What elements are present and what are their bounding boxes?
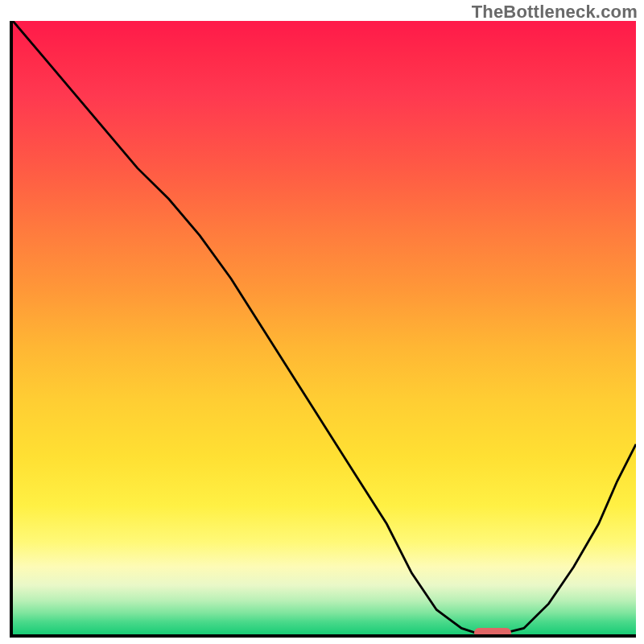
watermark-text: TheBottleneck.com: [472, 2, 638, 23]
plot-area: [13, 21, 636, 634]
bottleneck-curve: [13, 21, 636, 634]
optimal-range-marker: [474, 628, 511, 634]
